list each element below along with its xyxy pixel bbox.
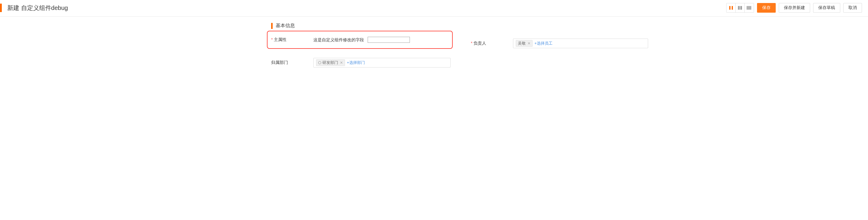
section-header: 基本信息 bbox=[271, 23, 648, 29]
department-label-text: 归属部门 bbox=[271, 60, 288, 65]
cancel-button[interactable]: 取消 bbox=[843, 3, 862, 13]
header-actions: 保存 保存并新建 保存草稿 取消 bbox=[726, 3, 862, 13]
columns-3-icon bbox=[738, 6, 743, 10]
department-tag-input[interactable]: 研发部门 ✕ +选择部门 bbox=[313, 58, 451, 67]
layout-three-col-button[interactable] bbox=[736, 3, 745, 12]
add-department-link[interactable]: +选择部门 bbox=[347, 60, 365, 65]
header-left: 新建 自定义组件debug bbox=[0, 4, 68, 12]
svg-rect-5 bbox=[747, 6, 748, 10]
owner-group: *负责人 吴敬 ✕ +选择员工 bbox=[471, 35, 648, 52]
owner-control: 吴敬 ✕ +选择员工 bbox=[513, 38, 648, 48]
save-draft-button[interactable]: 保存草稿 bbox=[813, 3, 840, 13]
owner-tag-text: 吴敬 bbox=[518, 41, 526, 46]
svg-rect-1 bbox=[732, 6, 733, 10]
main-attr-label: *主属性 bbox=[271, 37, 313, 42]
empty-group bbox=[469, 58, 648, 67]
layout-two-col-button[interactable] bbox=[726, 3, 736, 12]
page-header: 新建 自定义组件debug 保存 保存并新建 保存草稿 取消 bbox=[0, 0, 868, 17]
svg-rect-6 bbox=[748, 6, 749, 10]
svg-rect-2 bbox=[738, 6, 739, 10]
svg-rect-0 bbox=[729, 6, 731, 10]
main-attr-label-text: 主属性 bbox=[274, 37, 286, 42]
department-tag-remove[interactable]: ✕ bbox=[339, 61, 343, 65]
section-accent-bar bbox=[271, 23, 273, 29]
svg-rect-4 bbox=[741, 6, 742, 10]
section-title: 基本信息 bbox=[276, 23, 295, 29]
circle-icon bbox=[318, 61, 321, 64]
form-row-2: 归属部门 研发部门 ✕ +选择部门 bbox=[271, 58, 648, 67]
owner-label-text: 负责人 bbox=[473, 41, 486, 45]
columns-4-icon bbox=[746, 6, 752, 10]
svg-rect-8 bbox=[750, 6, 751, 10]
department-tag-text: 研发部门 bbox=[322, 60, 338, 65]
basic-info-section: 基本信息 *主属性 这是自定义组件修改的字段 *负责人 bbox=[208, 23, 660, 67]
content-area: 基本信息 *主属性 这是自定义组件修改的字段 *负责人 bbox=[0, 17, 868, 80]
owner-tag: 吴敬 ✕ bbox=[516, 40, 533, 47]
svg-rect-7 bbox=[749, 6, 750, 10]
department-label: 归属部门 bbox=[271, 60, 313, 65]
save-and-new-button[interactable]: 保存并新建 bbox=[779, 3, 810, 13]
department-tag: 研发部门 ✕ bbox=[316, 59, 345, 66]
owner-tag-remove[interactable]: ✕ bbox=[527, 41, 531, 45]
main-attr-control: 这是自定义组件修改的字段 bbox=[313, 37, 448, 43]
save-button[interactable]: 保存 bbox=[757, 3, 776, 13]
custom-field-text: 这是自定义组件修改的字段 bbox=[313, 37, 364, 42]
page-title: 新建 自定义组件debug bbox=[7, 4, 68, 12]
columns-2-icon bbox=[729, 6, 733, 10]
form-row-1: *主属性 这是自定义组件修改的字段 *负责人 吴敬 ✕ bbox=[271, 35, 648, 52]
department-group: 归属部门 研发部门 ✕ +选择部门 bbox=[271, 58, 451, 67]
required-mark: * bbox=[471, 41, 472, 45]
title-accent-bar bbox=[0, 4, 2, 12]
svg-rect-3 bbox=[740, 6, 740, 10]
main-attr-group: *主属性 这是自定义组件修改的字段 bbox=[267, 31, 453, 49]
add-employee-link[interactable]: +选择员工 bbox=[534, 41, 553, 46]
owner-label: *负责人 bbox=[471, 41, 513, 46]
layout-four-col-button[interactable] bbox=[745, 3, 754, 12]
main-attr-input[interactable] bbox=[368, 37, 410, 43]
layout-toggle-group bbox=[726, 3, 754, 13]
owner-tag-input[interactable]: 吴敬 ✕ +选择员工 bbox=[513, 38, 648, 48]
required-mark: * bbox=[271, 37, 273, 42]
department-control: 研发部门 ✕ +选择部门 bbox=[313, 58, 451, 67]
